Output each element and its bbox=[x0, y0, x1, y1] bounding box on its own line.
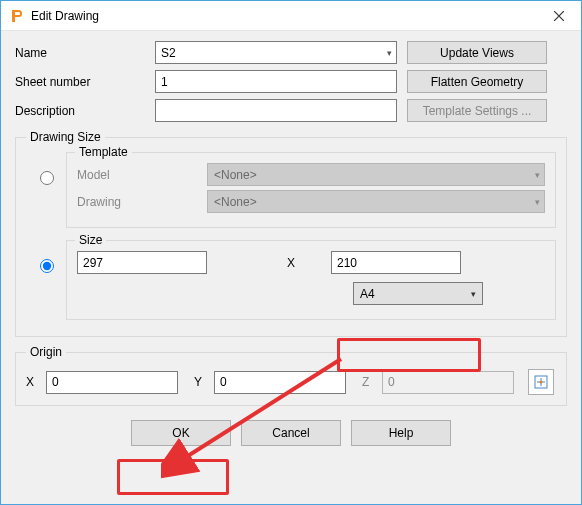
chevron-down-icon: ▾ bbox=[471, 289, 476, 299]
help-button[interactable]: Help bbox=[351, 420, 451, 446]
drawing-size-legend: Drawing Size bbox=[26, 130, 105, 144]
ok-button[interactable]: OK bbox=[131, 420, 231, 446]
close-button[interactable] bbox=[536, 1, 581, 30]
origin-z-input bbox=[382, 371, 514, 394]
paper-size-combo[interactable]: A4 ▾ bbox=[353, 282, 483, 305]
template-settings-button: Template Settings ... bbox=[407, 99, 547, 122]
origin-z-label: Z bbox=[362, 375, 376, 389]
paper-size-value: A4 bbox=[360, 287, 375, 301]
chevron-down-icon: ▾ bbox=[535, 170, 540, 180]
origin-y-input[interactable] bbox=[214, 371, 346, 394]
sheet-number-input[interactable] bbox=[155, 70, 397, 93]
size-legend: Size bbox=[75, 233, 106, 247]
size-group: Size X A4 ▾ bbox=[66, 240, 556, 320]
update-views-button[interactable]: Update Views bbox=[407, 41, 547, 64]
drawing-value: <None> bbox=[214, 195, 257, 209]
name-value: S2 bbox=[161, 46, 176, 60]
model-label: Model bbox=[77, 168, 207, 182]
cancel-button[interactable]: Cancel bbox=[241, 420, 341, 446]
drawing-size-group: Drawing Size Template Model <None> ▾ Dra… bbox=[15, 130, 567, 337]
flatten-geometry-button[interactable]: Flatten Geometry bbox=[407, 70, 547, 93]
titlebar: Edit Drawing bbox=[1, 1, 581, 31]
description-input[interactable] bbox=[155, 99, 397, 122]
size-width-input[interactable] bbox=[77, 251, 207, 274]
app-icon bbox=[9, 8, 25, 24]
description-label: Description bbox=[15, 104, 155, 118]
svg-point-3 bbox=[540, 381, 543, 384]
origin-x-input[interactable] bbox=[46, 371, 178, 394]
drawing-combo: <None> ▾ bbox=[207, 190, 545, 213]
size-x-label: X bbox=[207, 256, 331, 270]
origin-x-label: X bbox=[26, 375, 40, 389]
template-legend: Template bbox=[75, 145, 132, 159]
size-height-input[interactable] bbox=[331, 251, 461, 274]
name-label: Name bbox=[15, 46, 155, 60]
origin-group: Origin X Y Z bbox=[15, 345, 567, 406]
origin-y-label: Y bbox=[194, 375, 208, 389]
chevron-down-icon: ▾ bbox=[387, 48, 392, 58]
model-value: <None> bbox=[214, 168, 257, 182]
sheet-label: Sheet number bbox=[15, 75, 155, 89]
origin-point-button[interactable] bbox=[528, 369, 554, 395]
name-combo[interactable]: S2 ▾ bbox=[155, 41, 397, 64]
model-combo: <None> ▾ bbox=[207, 163, 545, 186]
origin-legend: Origin bbox=[26, 345, 66, 359]
highlight-ok-button bbox=[117, 459, 229, 495]
window-title: Edit Drawing bbox=[31, 9, 536, 23]
footer-buttons: OK Cancel Help bbox=[15, 420, 567, 446]
size-radio[interactable] bbox=[40, 259, 54, 273]
chevron-down-icon: ▾ bbox=[535, 197, 540, 207]
drawing-label: Drawing bbox=[77, 195, 207, 209]
template-group: Template Model <None> ▾ Drawing <None> ▾ bbox=[66, 152, 556, 228]
template-radio[interactable] bbox=[40, 171, 54, 185]
